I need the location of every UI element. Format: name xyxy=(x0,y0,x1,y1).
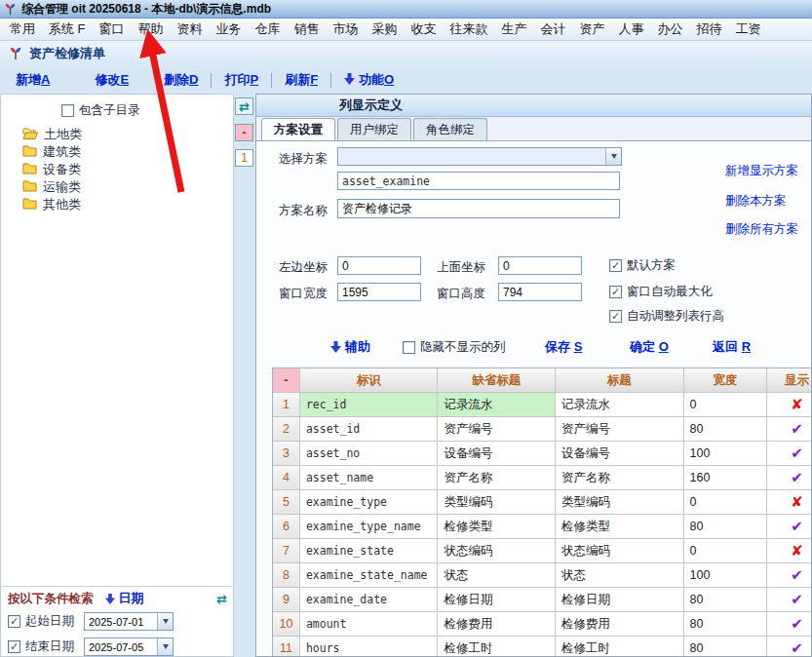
menu-item-2[interactable]: 窗口 xyxy=(93,19,132,41)
menu-item-15[interactable]: 人事 xyxy=(612,19,651,41)
visible-check-icon[interactable]: ✔ xyxy=(767,588,811,612)
swap-panel-icon[interactable]: ⇄ xyxy=(235,97,253,115)
visible-check-icon[interactable]: ✔ xyxy=(767,442,811,466)
menu-item-13[interactable]: 会计 xyxy=(534,19,573,41)
include-subdir-checkbox[interactable] xyxy=(61,104,74,117)
menu-item-7[interactable]: 销售 xyxy=(288,19,327,41)
tree-item-2[interactable]: 设备类 xyxy=(22,161,82,178)
default-scheme-checkbox[interactable]: ✓ xyxy=(609,259,622,272)
tab-user-binding[interactable]: 用户绑定 xyxy=(337,118,411,140)
tree-item-1[interactable]: 建筑类 xyxy=(22,143,82,161)
hidden-cross-icon[interactable]: ✘ xyxy=(767,490,811,515)
table-row[interactable]: 11hours检修工时检修工时80✔ xyxy=(273,637,811,656)
menu-item-9[interactable]: 采购 xyxy=(366,19,405,41)
refresh-button[interactable]: 刷新F xyxy=(285,71,318,89)
menu-item-12[interactable]: 生产 xyxy=(495,19,534,41)
row-number-cell: 11 xyxy=(273,637,300,656)
visible-check-icon[interactable]: ✔ xyxy=(767,466,811,490)
menu-item-11[interactable]: 往来款 xyxy=(444,19,495,41)
left-coord-label: 左边坐标 xyxy=(279,259,328,276)
check-icon: ✓ xyxy=(10,641,19,652)
scheme-code-input[interactable] xyxy=(337,172,620,190)
start-date-input[interactable] xyxy=(85,613,157,630)
scheme-name-input[interactable] xyxy=(337,199,620,218)
swap-panel-icon[interactable]: ⇄ xyxy=(216,592,227,606)
start-date-checkbox[interactable]: ✓ xyxy=(8,615,20,628)
menu-item-10[interactable]: 收支 xyxy=(405,19,444,41)
table-row[interactable]: 4asset_name资产名称资产名称160✔ xyxy=(273,466,811,490)
function-button[interactable]: 功能O xyxy=(359,71,394,89)
visible-check-icon[interactable]: ✔ xyxy=(767,563,811,588)
end-date-dropdown-button[interactable] xyxy=(157,638,173,655)
table-row[interactable]: 9examine_date检修日期检修日期80✔ xyxy=(273,588,811,612)
delete-scheme-link[interactable]: 删除本方案 xyxy=(725,193,787,210)
column-display-dialog: 列显示定义 方案设置 用户绑定 角色绑定 选择方案 方案名称 新增显示方案 删除… xyxy=(255,94,812,657)
end-date-checkbox[interactable]: ✓ xyxy=(8,640,20,653)
tree-item-3[interactable]: 运输类 xyxy=(22,178,82,196)
tree-item-4[interactable]: 其他类 xyxy=(22,196,82,213)
delete-all-schemes-link[interactable]: 删除所有方案 xyxy=(725,221,798,238)
start-date-dropdown-button[interactable] xyxy=(157,613,173,630)
add-scheme-link[interactable]: 新增显示方案 xyxy=(725,163,798,179)
menu-item-17[interactable]: 招待 xyxy=(690,19,729,41)
tree-item-0[interactable]: 土地类 xyxy=(22,126,82,143)
header-default-title[interactable]: 缺省标题 xyxy=(438,368,556,393)
auto-maximize-checkbox[interactable]: ✓ xyxy=(609,286,622,298)
menu-item-18[interactable]: 工资 xyxy=(729,19,768,41)
table-row[interactable]: 10amount检修费用检修费用80✔ xyxy=(273,612,811,637)
menu-item-0[interactable]: 常用 xyxy=(3,19,42,41)
visible-check-icon[interactable]: ✔ xyxy=(767,515,811,539)
header-title[interactable]: 标题 xyxy=(556,368,684,393)
columns-table-body: 1rec_id记录流水记录流水0✘2asset_id资产编号资产编号80✔3as… xyxy=(273,393,811,656)
menu-item-14[interactable]: 资产 xyxy=(573,19,612,41)
print-button[interactable]: 打印P xyxy=(224,71,258,89)
window-height-input[interactable] xyxy=(498,283,582,301)
visible-check-icon[interactable]: ✔ xyxy=(767,612,811,637)
col-width-cell: 0 xyxy=(684,490,768,515)
select-scheme-dropdown-button[interactable] xyxy=(605,148,621,165)
menu-item-6[interactable]: 仓库 xyxy=(249,19,288,41)
ok-button[interactable]: 确定 O xyxy=(630,338,669,356)
delete-button[interactable]: 删除D xyxy=(164,71,198,89)
top-coord-input[interactable] xyxy=(498,256,582,275)
add-button[interactable]: 新增A xyxy=(16,71,50,89)
tab-scheme-settings[interactable]: 方案设置 xyxy=(261,118,335,140)
visible-check-icon[interactable]: ✔ xyxy=(767,417,811,442)
end-date-input[interactable] xyxy=(85,638,157,655)
table-row[interactable]: 5examine_type类型编码类型编码0✘ xyxy=(273,490,811,515)
auto-row-height-checkbox[interactable]: ✓ xyxy=(609,310,622,323)
assist-button[interactable]: 辅助 xyxy=(330,338,370,356)
hidden-cross-icon[interactable]: ✘ xyxy=(767,393,811,417)
table-row[interactable]: 3asset_no设备编号设备编号100✔ xyxy=(273,442,811,466)
hide-columns-checkbox[interactable] xyxy=(403,341,415,354)
edit-button[interactable]: 修改E xyxy=(95,71,129,89)
back-button[interactable]: 返回 R xyxy=(713,338,751,356)
table-row[interactable]: 1rec_id记录流水记录流水0✘ xyxy=(273,393,811,417)
col-title-cell: 记录流水 xyxy=(556,393,684,417)
table-row[interactable]: 7examine_state状态编码状态编码0✘ xyxy=(273,539,811,563)
level-one-button[interactable]: 1 xyxy=(235,149,253,167)
header-row-number[interactable]: - xyxy=(273,368,300,393)
date-filter-button[interactable]: 日期 xyxy=(105,590,144,607)
table-row[interactable]: 6examine_type_name检修类型检修类型80✔ xyxy=(273,515,811,539)
menu-item-1[interactable]: 系统 F xyxy=(42,19,93,41)
table-row[interactable]: 8examine_state_name状态状态100✔ xyxy=(273,563,811,588)
visible-check-icon[interactable]: ✔ xyxy=(767,637,811,656)
menu-item-3[interactable]: 帮助 xyxy=(132,19,171,41)
window-height-label: 窗口高度 xyxy=(437,286,485,302)
hidden-cross-icon[interactable]: ✘ xyxy=(767,539,811,563)
menu-item-16[interactable]: 办公 xyxy=(651,19,690,41)
collapse-button[interactable]: - xyxy=(235,124,253,141)
menu-item-4[interactable]: 资料 xyxy=(171,19,210,41)
save-button[interactable]: 保存 S xyxy=(545,338,582,356)
table-row[interactable]: 2asset_id资产编号资产编号80✔ xyxy=(273,417,811,442)
window-width-input[interactable] xyxy=(337,283,421,301)
header-visible[interactable]: 显示 xyxy=(767,368,811,393)
tab-role-binding[interactable]: 角色绑定 xyxy=(413,118,487,140)
menu-item-5[interactable]: 业务 xyxy=(210,19,249,41)
left-coord-input[interactable] xyxy=(337,256,421,275)
header-width[interactable]: 宽度 xyxy=(684,368,768,393)
select-scheme-input[interactable] xyxy=(338,148,605,165)
menu-item-8[interactable]: 市场 xyxy=(327,19,366,41)
header-id[interactable]: 标识 xyxy=(300,368,439,393)
